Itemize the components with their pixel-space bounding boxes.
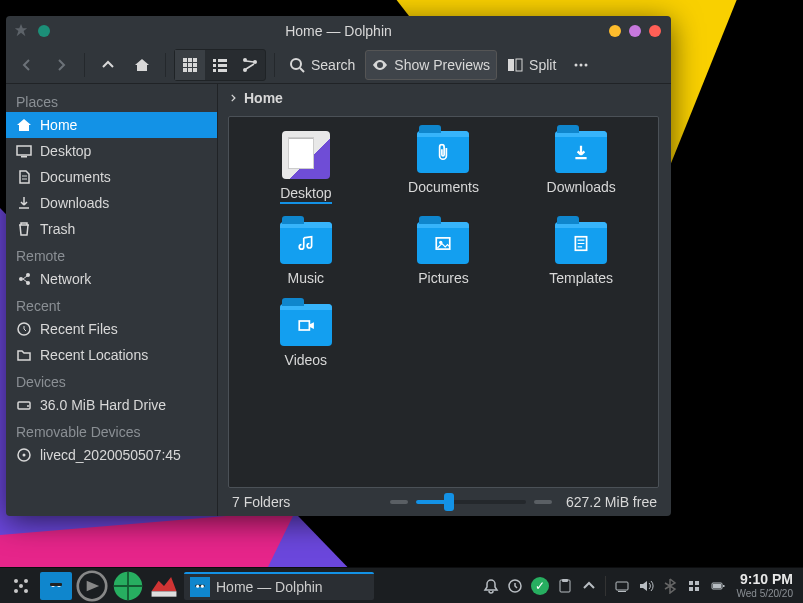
- toolbar: Search Show Previews Split: [6, 46, 671, 84]
- volume-icon[interactable]: [638, 578, 654, 594]
- removable-heading: Removable Devices: [6, 418, 217, 442]
- folder-icon: [555, 131, 607, 173]
- file-item-pictures[interactable]: Pictures: [378, 222, 508, 286]
- svg-rect-56: [616, 582, 628, 590]
- pinned-app-1[interactable]: [40, 572, 72, 600]
- clock-date: Wed 5/20/20: [736, 588, 793, 599]
- svg-rect-1: [188, 58, 192, 62]
- notifications-icon[interactable]: [483, 578, 499, 594]
- svg-rect-5: [193, 63, 197, 67]
- up-button[interactable]: [93, 50, 123, 80]
- klipper-icon[interactable]: [507, 578, 523, 594]
- svg-rect-10: [218, 59, 227, 62]
- svg-rect-9: [213, 59, 216, 62]
- documents-icon: [16, 169, 32, 185]
- svg-rect-7: [188, 68, 192, 72]
- forward-button[interactable]: [46, 50, 76, 80]
- sidebar-item-36-0-mib-hard-drive[interactable]: 36.0 MiB Hard Drive: [6, 392, 217, 418]
- file-view[interactable]: DesktopDocumentsDownloadsMusicPicturesTe…: [228, 116, 659, 488]
- file-item-music[interactable]: Music: [241, 222, 371, 286]
- desktop-folder-icon: [282, 131, 330, 179]
- file-item-documents[interactable]: Documents: [378, 131, 508, 204]
- svg-rect-24: [17, 146, 31, 155]
- clock[interactable]: 9:10 PM Wed 5/20/20: [736, 572, 793, 598]
- svg-rect-4: [188, 63, 192, 67]
- view-icons-button[interactable]: [175, 50, 205, 80]
- back-button[interactable]: [12, 50, 42, 80]
- sidebar-item-recent-files[interactable]: Recent Files: [6, 316, 217, 342]
- task-label: Home — Dolphin: [216, 579, 323, 595]
- pinned-app-4[interactable]: [148, 572, 180, 600]
- sidebar-item-label: Recent Locations: [40, 347, 148, 363]
- svg-rect-49: [152, 591, 177, 596]
- sidebar-item-desktop[interactable]: Desktop: [6, 138, 217, 164]
- sidebar-item-label: livecd_2020050507:45: [40, 447, 181, 463]
- app-launcher-button[interactable]: [6, 572, 36, 600]
- sidebar-item-home[interactable]: Home: [6, 112, 217, 138]
- view-compact-button[interactable]: [205, 50, 235, 80]
- task-dolphin[interactable]: Home — Dolphin: [184, 572, 374, 600]
- updates-icon[interactable]: ✓: [531, 577, 549, 595]
- file-label: Desktop: [280, 185, 331, 204]
- file-item-templates[interactable]: Templates: [516, 222, 646, 286]
- desktop-icon: [16, 143, 32, 159]
- sidebar-item-label: Downloads: [40, 195, 109, 211]
- split-button[interactable]: Split: [501, 50, 562, 80]
- drive-icon: [16, 397, 32, 413]
- svg-rect-63: [713, 584, 721, 588]
- maximize-button[interactable]: [629, 25, 641, 37]
- sidebar-item-recent-locations[interactable]: Recent Locations: [6, 342, 217, 368]
- file-label: Pictures: [418, 270, 469, 286]
- svg-point-21: [575, 63, 578, 66]
- download-icon: [16, 195, 32, 211]
- sidebar-item-livecd-2020050507-45[interactable]: livecd_2020050507:45: [6, 442, 217, 468]
- sidebar-item-label: 36.0 MiB Hard Drive: [40, 397, 166, 413]
- remote-heading: Remote: [6, 242, 217, 266]
- zoom-slider[interactable]: [390, 500, 552, 504]
- svg-rect-3: [183, 63, 187, 67]
- sidebar-item-downloads[interactable]: Downloads: [6, 190, 217, 216]
- close-button[interactable]: [649, 25, 661, 37]
- minimize-button[interactable]: [609, 25, 621, 37]
- clipboard-icon[interactable]: [557, 578, 573, 594]
- titlebar[interactable]: Home — Dolphin: [6, 16, 671, 46]
- show-previews-button[interactable]: Show Previews: [365, 50, 497, 80]
- status-free-space: 627.2 MiB free: [566, 494, 657, 510]
- folder-icon: [555, 222, 607, 264]
- sidebar-item-trash[interactable]: Trash: [6, 216, 217, 242]
- svg-rect-11: [213, 64, 216, 67]
- search-button[interactable]: Search: [283, 50, 361, 80]
- device-icon[interactable]: [614, 578, 630, 594]
- file-item-desktop[interactable]: Desktop: [241, 131, 371, 204]
- tray-expand-icon[interactable]: [581, 578, 597, 594]
- battery-icon[interactable]: [710, 578, 726, 594]
- home-button[interactable]: [127, 50, 157, 80]
- svg-point-22: [580, 63, 583, 66]
- file-item-downloads[interactable]: Downloads: [516, 131, 646, 204]
- file-item-videos[interactable]: Videos: [241, 304, 371, 368]
- statusbar: 7 Folders 627.2 MiB free: [218, 488, 671, 516]
- menu-button[interactable]: [566, 50, 596, 80]
- chevron-right-icon: [228, 90, 238, 106]
- pin-icon[interactable]: [14, 23, 28, 40]
- bluetooth-icon[interactable]: [662, 578, 678, 594]
- network-icon[interactable]: [686, 578, 702, 594]
- svg-point-40: [14, 589, 18, 593]
- pinned-app-2[interactable]: [76, 572, 108, 600]
- sidebar-item-documents[interactable]: Documents: [6, 164, 217, 190]
- dolphin-window: Home — Dolphin Search Show Previews: [6, 16, 671, 516]
- view-details-button[interactable]: [235, 50, 265, 80]
- split-label: Split: [529, 57, 556, 73]
- pinned-app-3[interactable]: [112, 572, 144, 600]
- breadcrumb[interactable]: Home: [218, 84, 671, 112]
- circle-icon[interactable]: [38, 25, 50, 37]
- sidebar-item-label: Documents: [40, 169, 111, 185]
- trash-icon: [16, 221, 32, 237]
- file-label: Templates: [549, 270, 613, 286]
- svg-rect-12: [218, 64, 227, 67]
- breadcrumb-current: Home: [244, 90, 283, 106]
- file-label: Videos: [285, 352, 328, 368]
- svg-point-18: [291, 59, 301, 69]
- disc-icon: [16, 447, 32, 463]
- sidebar-item-network[interactable]: Network: [6, 266, 217, 292]
